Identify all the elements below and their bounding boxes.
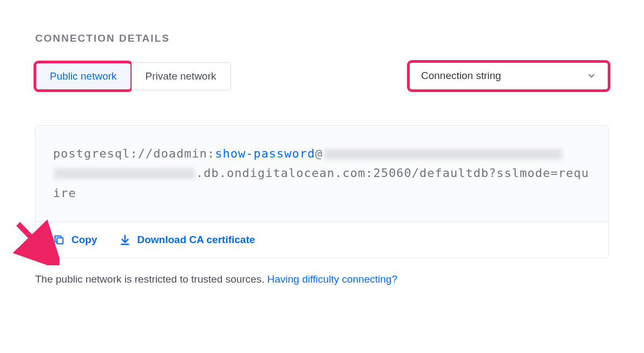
connection-format-select[interactable]: Connection string — [409, 62, 609, 90]
connection-string-display: postgresql://doadmin:show-password@.db.o… — [36, 126, 608, 222]
tab-private-network[interactable]: Private network — [132, 62, 231, 90]
footer-note: The public network is restricted to trus… — [35, 273, 609, 285]
tab-public-network[interactable]: Public network — [35, 62, 132, 90]
conn-at: @ — [315, 147, 323, 160]
download-ca-label: Download CA certificate — [137, 234, 255, 246]
section-title: CONNECTION DETAILS — [35, 32, 609, 44]
help-link[interactable]: Having difficulty connecting? — [267, 273, 397, 285]
footer-text: The public network is restricted to trus… — [35, 273, 267, 285]
show-password-link[interactable]: show-password — [215, 147, 315, 160]
download-ca-button[interactable]: Download CA certificate — [119, 234, 255, 246]
conn-prefix: postgresql://doadmin: — [53, 147, 215, 160]
svg-rect-0 — [57, 238, 63, 244]
copy-label: Copy — [71, 234, 97, 246]
redacted-host-part1 — [324, 149, 562, 160]
chevron-down-icon — [587, 71, 596, 81]
connection-panel: postgresql://doadmin:show-password@.db.o… — [35, 125, 609, 258]
connection-actions: Copy Download CA certificate — [36, 222, 608, 258]
redacted-host-part2 — [54, 168, 195, 179]
copy-button[interactable]: Copy — [53, 234, 97, 246]
controls-row: Public network Private network Connectio… — [35, 62, 609, 90]
copy-icon — [53, 234, 65, 246]
download-icon — [119, 234, 131, 246]
connection-format-label: Connection string — [421, 70, 587, 82]
network-tab-group: Public network Private network — [35, 62, 231, 90]
